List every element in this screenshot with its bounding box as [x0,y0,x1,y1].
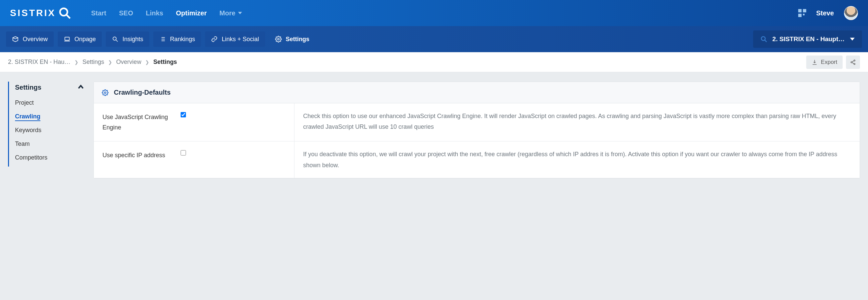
sidenav-item-label: Team [15,140,30,147]
sidenav-item-project[interactable]: Project [15,96,86,110]
tab-links-social[interactable]: Links + Social [205,31,265,47]
sidenav: Settings ProjectCrawlingKeywordsTeamComp… [8,82,86,167]
setting-description: Check this option to use our enhanced Ja… [294,103,860,141]
nav-optimizer[interactable]: Optimizer [176,9,207,17]
breadcrumb-actions: Export [806,56,860,69]
svg-rect-2 [65,37,69,40]
search-icon [112,36,119,43]
svg-line-1 [66,15,70,19]
share-button[interactable] [846,56,860,69]
breadcrumb-item[interactable]: Overview [116,58,141,65]
chevron-right-icon: ❯ [108,59,112,65]
tab-overview-label: Overview [23,36,48,43]
download-icon [812,59,817,65]
search-icon [761,36,767,43]
setting-checkbox[interactable] [181,150,186,156]
magnifier-icon [58,7,71,19]
setting-label: Use JavaScript Crawling Engine [94,103,181,141]
breadcrumb-row: 2. SISTRIX EN - Hau… ❯ Settings ❯ Overvi… [0,52,868,72]
project-picker-label: 2. SISTRIX EN - Haupt… [773,35,845,43]
sidenav-item-label: Keywords [15,127,41,133]
main: Settings ProjectCrawlingKeywordsTeamComp… [0,72,868,188]
sidenav-item-keywords[interactable]: Keywords [15,124,86,137]
tab-rankings-label: Rankings [170,36,195,43]
sidenav-item-team[interactable]: Team [15,137,86,151]
panel-title: Crawling-Defaults [114,89,170,96]
nav-start[interactable]: Start [91,9,106,17]
sidenav-item-crawling[interactable]: Crawling [15,110,86,124]
tab-overview[interactable]: Overview [6,31,54,47]
breadcrumb-item[interactable]: Settings [83,58,104,65]
top-right: Steve [798,6,858,20]
svg-line-18 [852,62,854,63]
box-icon [12,36,19,43]
nav-links[interactable]: Links [146,9,163,17]
nav-seo[interactable]: SEO [119,9,133,17]
avatar[interactable] [844,6,858,20]
share-icon [850,59,856,65]
list-icon [159,36,166,43]
chevron-down-icon [238,11,242,15]
svg-point-11 [277,38,279,40]
tab-onpage-label: Onpage [74,36,96,43]
tab-settings-label: Settings [286,36,309,43]
setting-description: If you deactivate this option, we will c… [294,141,860,178]
svg-point-19 [104,92,106,93]
top-nav: Start SEO Links Optimizer More [91,9,242,17]
svg-point-3 [113,37,116,40]
chevron-right-icon: ❯ [145,59,149,65]
svg-line-17 [852,60,854,62]
export-button[interactable]: Export [806,56,843,69]
tab-rankings[interactable]: Rankings [153,31,201,47]
setting-control [181,141,294,178]
svg-line-4 [116,40,118,42]
breadcrumb-current: Settings [153,58,177,65]
tab-insights-label: Insights [123,36,143,43]
chevron-up-icon[interactable] [78,84,84,91]
export-label: Export [821,59,837,65]
tabsbar: Overview Onpage Insights Rankings Links … [0,26,868,52]
gear-icon [275,36,282,43]
panel-header: Crawling-Defaults [94,82,860,103]
setting-row: Use specific IP addressIf you deactivate… [94,141,860,178]
gear-icon [102,89,108,96]
apps-icon[interactable] [798,9,806,17]
setting-label: Use specific IP address [94,141,181,178]
brand-text: SISTRIX [10,8,56,19]
chevron-down-icon [850,37,855,42]
nav-more-label: More [219,9,235,17]
setting-checkbox[interactable] [181,112,186,117]
tab-onpage[interactable]: Onpage [58,31,102,47]
sidenav-item-label: Crawling [15,113,40,121]
user-name[interactable]: Steve [816,9,834,17]
setting-control [181,103,294,141]
settings-panel: Crawling-Defaults Use JavaScript Crawlin… [93,82,860,179]
laptop-icon [64,36,70,43]
sidenav-item-competitors[interactable]: Competitors [15,151,86,165]
tab-settings[interactable]: Settings [269,31,315,47]
link-icon [211,36,218,43]
topbar: SISTRIX Start SEO Links Optimizer More S… [0,0,868,26]
svg-line-13 [765,40,767,42]
nav-more[interactable]: More [219,9,242,17]
brand[interactable]: SISTRIX [10,7,71,19]
sidenav-item-label: Project [15,99,34,106]
breadcrumb-item[interactable]: 2. SISTRIX EN - Hau… [8,58,70,65]
sidenav-item-label: Competitors [15,154,48,161]
tab-insights[interactable]: Insights [106,31,149,47]
tab-links-social-label: Links + Social [222,36,259,43]
chevron-right-icon: ❯ [74,59,79,65]
project-picker[interactable]: 2. SISTRIX EN - Haupt… [753,30,862,48]
svg-point-12 [761,37,765,41]
sidenav-title[interactable]: Settings [15,84,41,91]
setting-row: Use JavaScript Crawling EngineCheck this… [94,103,860,141]
svg-point-0 [60,8,67,16]
